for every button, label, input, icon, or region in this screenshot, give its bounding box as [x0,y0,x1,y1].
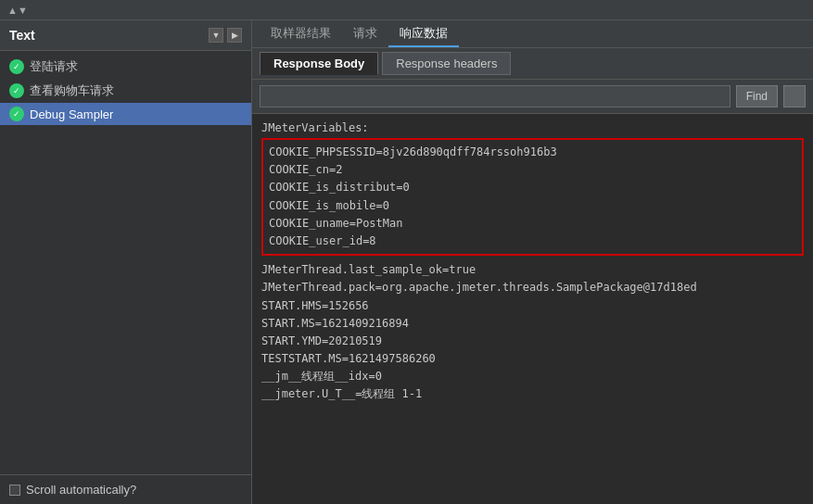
subtab-response-body[interactable]: Response Body [260,52,378,75]
highlighted-variables-box: COOKIE_PHPSESSID=8jv26d890qdff784rssoh91… [261,138,804,256]
other-line-1: JMeterThread.pack=org.apache.jmeter.thre… [261,279,804,296]
other-line-2: START.HMS=152656 [261,297,804,315]
tab-request[interactable]: 请求 [342,21,388,47]
subtab-response-headers[interactable]: Response headers [382,52,511,75]
other-line-4: START.YMD=20210519 [261,333,804,350]
tree-item-label-debug: Debug Sampler [30,107,113,121]
cookie-line-4: COOKIE_uname=PostMan [269,215,796,233]
left-panel: Text ▼ ▶ 登陆请求 查看购物车请求 Debug Sam [0,20,252,504]
content-area: Text ▼ ▶ 登陆请求 查看购物车请求 Debug Sam [0,20,813,504]
find-options-button[interactable] [783,85,806,107]
main-container: ▲▼ Text ▼ ▶ 登陆请求 查看购物车请求 [0,0,813,504]
tree-item-login[interactable]: 登陆请求 [0,55,251,79]
other-line-3: START.MS=1621409216894 [261,315,804,333]
right-panel: 取样器结果 请求 响应数据 Response Body Response hea… [252,20,813,504]
cookie-line-1: COOKIE_cn=2 [269,161,796,179]
other-line-7: __jmeter.U_T__=线程组 1-1 [261,385,804,403]
search-bar: Find [252,80,813,114]
top-bar: ▲▼ [0,0,813,20]
left-panel-header: Text ▼ ▶ [0,20,251,51]
tabs-row: 取样器结果 请求 响应数据 [252,20,813,48]
tab-response-data[interactable]: 响应数据 [388,21,459,47]
scroll-checkbox[interactable] [9,485,20,496]
left-panel-bottom: Scroll automatically? [0,474,251,504]
other-line-6: __jm__线程组__idx=0 [261,368,804,385]
tree-item-debug[interactable]: Debug Sampler [0,103,251,125]
sub-tabs-row: Response Body Response headers [252,48,813,80]
other-line-0: JMeterThread.last_sample_ok=true [261,261,804,279]
tree-item-cart[interactable]: 查看购物车请求 [0,79,251,103]
section-label: JMeterVariables: [261,120,804,136]
cookie-line-0: COOKIE_PHPSESSID=8jv26d890qdff784rssoh91… [269,144,796,161]
shield-icon-login [9,59,24,74]
other-line-5: TESTSTART.MS=1621497586260 [261,350,804,368]
tree-item-label-cart: 查看购物车请求 [30,82,114,99]
cookie-line-2: COOKIE_is_distribut=0 [269,179,796,196]
left-panel-controls: ▼ ▶ [209,28,242,43]
panel-control-btn-1[interactable]: ▼ [209,28,223,43]
content-body[interactable]: JMeterVariables: COOKIE_PHPSESSID=8jv26d… [252,114,813,504]
find-button[interactable]: Find [736,85,778,107]
left-panel-title: Text [9,28,35,43]
tab-sampler-result[interactable]: 取样器结果 [260,21,342,47]
shield-icon-debug [9,107,24,121]
top-bar-title: ▲▼ [7,5,28,16]
cookie-line-5: COOKIE_user_id=8 [269,233,796,250]
scroll-label: Scroll automatically? [26,483,136,497]
shield-icon-cart [9,83,24,98]
cookie-line-3: COOKIE_is_mobile=0 [269,197,796,215]
panel-control-btn-2[interactable]: ▶ [227,28,242,43]
left-panel-items: 登陆请求 查看购物车请求 Debug Sampler [0,51,251,474]
tree-item-label-login: 登陆请求 [30,58,78,75]
search-input[interactable] [260,85,730,107]
